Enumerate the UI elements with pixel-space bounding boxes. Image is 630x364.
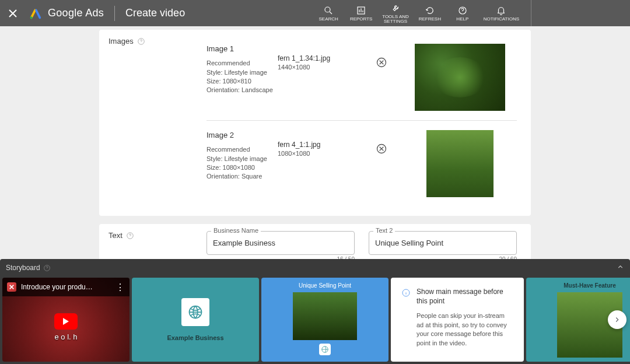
page-title: Create video [125, 7, 185, 19]
image-meta: Image 1 Recommended Style: Lifestyle ima… [206, 44, 275, 95]
images-card: Images Image 1 Recommended Style: Lifest… [99, 30, 531, 216]
play-button[interactable] [54, 313, 78, 330]
image-filename: fern 4_1:1.jpg 1080×1080 [278, 130, 365, 157]
text2-field: Text 2 20 / 60 [369, 231, 517, 259]
storyboard-slide-business[interactable]: Example Business [132, 278, 259, 362]
tools-settings[interactable]: TOOLS AND SETTINGS [382, 3, 409, 24]
storyboard-panel: Storyboard Introduce your produ… ⋮ e o l… [0, 259, 630, 364]
chevron-right-icon [613, 316, 621, 324]
remove-image-button[interactable] [376, 143, 387, 155]
images-section-label: Images [108, 37, 145, 46]
image-filename: fern 1_1.34:1.jpg 1440×1080 [278, 44, 365, 71]
help-icon[interactable] [43, 264, 51, 272]
tool-label: NOTIFICATIONS [484, 17, 519, 22]
storyboard-label: Storyboard [6, 264, 40, 272]
image-row-1: Image 1 Recommended Style: Lifestyle ima… [206, 37, 517, 118]
search-icon [323, 5, 334, 16]
reports-icon [356, 5, 366, 16]
business-icon [181, 298, 209, 326]
slide-caption: e o l. h [2, 332, 130, 341]
product-name: Google Ads [48, 7, 104, 19]
collapse-button[interactable] [614, 263, 624, 272]
info-icon [401, 288, 411, 298]
help-icon [457, 5, 468, 16]
info-title: Show main message before this point [416, 287, 513, 306]
help-tool[interactable]: HELP [451, 5, 474, 22]
tool-label: REFRESH [419, 17, 441, 22]
account-panel[interactable] [531, 0, 630, 26]
info-body: People can skip your in-stream ad at thi… [416, 312, 513, 348]
tool-label: SEARCH [318, 17, 338, 22]
tool-label: TOOLS AND SETTINGS [382, 15, 409, 24]
search-tool[interactable]: SEARCH [317, 5, 340, 22]
image-thumbnail[interactable] [426, 130, 494, 197]
bell-icon [496, 5, 506, 16]
refresh-tool[interactable]: REFRESH [418, 5, 442, 22]
business-name-field: Business Name 16 / 50 [206, 231, 355, 259]
slide-caption: Unique Selling Point [299, 282, 351, 289]
slide-title: Introduce your produ… [21, 283, 93, 291]
storyboard-header: Storyboard [0, 259, 630, 276]
header-divider [114, 6, 115, 21]
slide-caption: Must-Have Feature [564, 282, 615, 289]
tool-label: REPORTS [350, 17, 373, 22]
row-separator [206, 120, 517, 121]
slide-image [293, 292, 357, 340]
tool-label: HELP [456, 17, 468, 22]
video-error-icon [7, 282, 16, 292]
chevron-up-icon [617, 263, 624, 271]
storyboard-slide-intro[interactable]: Introduce your produ… ⋮ e o l. h [2, 278, 130, 362]
wrench-icon [390, 3, 401, 13]
refresh-icon [425, 5, 435, 16]
svg-point-0 [30, 16, 33, 19]
help-icon[interactable] [137, 37, 145, 46]
text-card: Text Business Name 16 / 50 Text 2 20 / 6… [99, 224, 531, 259]
app-header: Google Ads Create video SEARCH REPORTS T… [0, 0, 630, 26]
remove-image-button[interactable] [376, 57, 387, 68]
next-button[interactable] [608, 310, 626, 329]
google-ads-icon [29, 7, 42, 20]
storyboard-slide-usp[interactable]: Unique Selling Point [261, 278, 388, 362]
storyboard-info-card: Show main message before this point Peop… [391, 278, 524, 362]
text-section-label: Text [108, 231, 134, 240]
close-button[interactable] [7, 8, 19, 19]
storyboard-track[interactable]: Introduce your produ… ⋮ e o l. h Example… [2, 278, 630, 362]
image-meta: Image 2 Recommended Style: Lifestyle ima… [206, 130, 275, 181]
business-name-input[interactable] [206, 231, 355, 255]
more-icon[interactable]: ⋮ [116, 282, 125, 293]
svg-point-1 [325, 7, 330, 12]
image-thumbnail[interactable] [415, 44, 505, 111]
notifications-tool[interactable]: NOTIFICATIONS [484, 5, 519, 22]
slide-chip-icon [319, 344, 331, 355]
field-label: Text 2 [373, 227, 395, 234]
text2-input[interactable] [369, 231, 517, 255]
header-tools: SEARCH REPORTS TOOLS AND SETTINGS REFRES… [317, 0, 519, 26]
slide-label: Example Business [167, 334, 223, 341]
image-row-2: Image 2 Recommended Style: Lifestyle ima… [206, 123, 517, 204]
help-icon[interactable] [126, 232, 134, 240]
content-area: Images Image 1 Recommended Style: Lifest… [0, 26, 630, 259]
product-logo: Google Ads [29, 7, 104, 20]
field-label: Business Name [211, 227, 261, 234]
reports-tool[interactable]: REPORTS [349, 5, 373, 22]
